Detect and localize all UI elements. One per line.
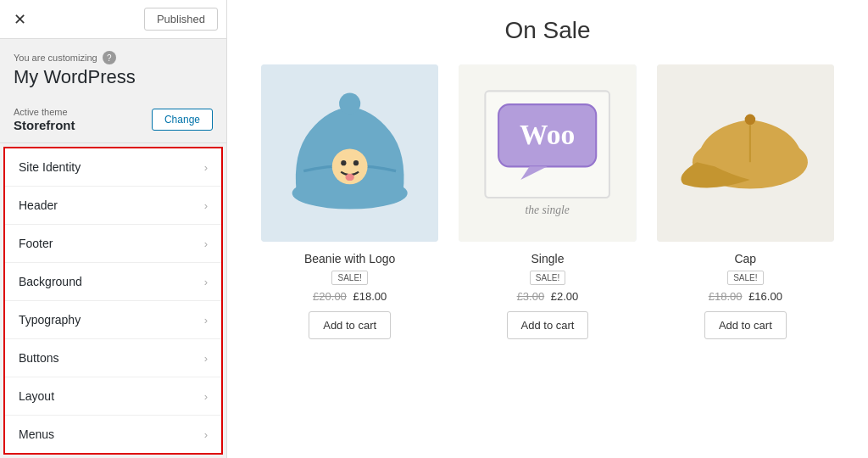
- nav-item-typography[interactable]: Typography›: [5, 301, 221, 339]
- nav-item-label: Background: [19, 275, 82, 288]
- chevron-icon: ›: [204, 428, 208, 441]
- sale-badge: SALE!: [331, 271, 367, 285]
- old-price: £3.00: [517, 290, 545, 303]
- change-theme-button[interactable]: Change: [152, 109, 213, 131]
- main-content: On Sale Beanie with Logo SALE! £20.00: [227, 0, 868, 458]
- help-icon[interactable]: ?: [103, 51, 116, 64]
- chevron-icon: ›: [204, 161, 208, 174]
- nav-item-layout[interactable]: Layout›: [5, 377, 221, 416]
- theme-name: Storefront: [14, 118, 75, 132]
- nav-item-menus[interactable]: Menus›: [5, 416, 221, 453]
- chevron-icon: ›: [204, 390, 208, 403]
- products-grid: Beanie with Logo SALE! £20.00 £18.00 Add…: [261, 64, 834, 339]
- nav-item-buttons[interactable]: Buttons›: [5, 339, 221, 377]
- chevron-icon: ›: [204, 199, 208, 212]
- svg-point-15: [744, 114, 755, 126]
- chevron-icon: ›: [204, 237, 208, 250]
- nav-item-footer[interactable]: Footer›: [5, 225, 221, 263]
- product-image: [657, 64, 834, 242]
- nav-item-label: Layout: [19, 389, 54, 403]
- product-price: £3.00 £2.00: [517, 290, 579, 303]
- nav-item-label: Header: [19, 198, 58, 212]
- chevron-icon: ›: [204, 276, 208, 288]
- page-title: On Sale: [261, 17, 834, 44]
- published-button[interactable]: Published: [144, 8, 218, 31]
- site-name: My WordPress: [14, 66, 213, 88]
- sidebar: ✕ Published You are customizing ? My Wor…: [0, 0, 227, 458]
- nav-item-label: Site Identity: [19, 160, 81, 174]
- chevron-icon: ›: [204, 352, 208, 365]
- nav-item-label: Menus: [19, 427, 54, 441]
- svg-point-6: [345, 174, 353, 181]
- product-price: £20.00 £18.00: [313, 290, 387, 303]
- sale-badge: SALE!: [727, 271, 763, 285]
- new-price: £2.00: [551, 290, 579, 303]
- nav-item-site-identity[interactable]: Site Identity›: [5, 148, 221, 187]
- nav-item-label: Typography: [19, 313, 81, 327]
- product-card: Woo the single Single SALE! £3.00 £2.00 …: [459, 64, 636, 339]
- chevron-icon: ›: [204, 314, 208, 327]
- old-price: £18.00: [709, 290, 743, 303]
- add-to-cart-button[interactable]: Add to cart: [704, 311, 787, 339]
- active-theme-section: Active theme Storefront Change: [0, 97, 226, 143]
- close-icon: ✕: [14, 10, 26, 29]
- product-card: Cap SALE! £18.00 £16.00 Add to cart: [657, 64, 834, 339]
- customizing-label: You are customizing ?: [14, 51, 213, 64]
- svg-text:the single: the single: [526, 204, 570, 216]
- new-price: £16.00: [748, 290, 782, 303]
- svg-point-2: [339, 92, 360, 114]
- nav-item-label: Footer: [19, 237, 53, 250]
- svg-point-4: [341, 160, 346, 165]
- sidebar-info: You are customizing ? My WordPress: [0, 39, 226, 97]
- svg-text:Woo: Woo: [520, 119, 575, 150]
- product-name: Single: [531, 252, 565, 265]
- product-name: Cap: [734, 252, 756, 265]
- product-name: Beanie with Logo: [304, 252, 395, 265]
- product-image: Woo the single: [459, 64, 636, 242]
- product-price: £18.00 £16.00: [709, 290, 782, 303]
- add-to-cart-button[interactable]: Add to cart: [507, 311, 589, 339]
- add-to-cart-button[interactable]: Add to cart: [309, 311, 391, 339]
- nav-menu: Site Identity›Header›Footer›Background›T…: [3, 147, 223, 455]
- svg-point-5: [353, 160, 359, 165]
- nav-item-background[interactable]: Background›: [5, 263, 221, 301]
- sidebar-header: ✕ Published: [0, 0, 226, 39]
- sale-badge: SALE!: [530, 271, 565, 285]
- nav-item-header[interactable]: Header›: [5, 187, 221, 225]
- active-theme-label: Active theme: [14, 107, 75, 117]
- product-card: Beanie with Logo SALE! £20.00 £18.00 Add…: [261, 64, 438, 339]
- new-price: £18.00: [353, 290, 387, 303]
- product-image: [261, 64, 438, 242]
- close-button[interactable]: ✕: [0, 0, 39, 39]
- nav-item-label: Buttons: [19, 351, 58, 365]
- old-price: £20.00: [313, 290, 347, 303]
